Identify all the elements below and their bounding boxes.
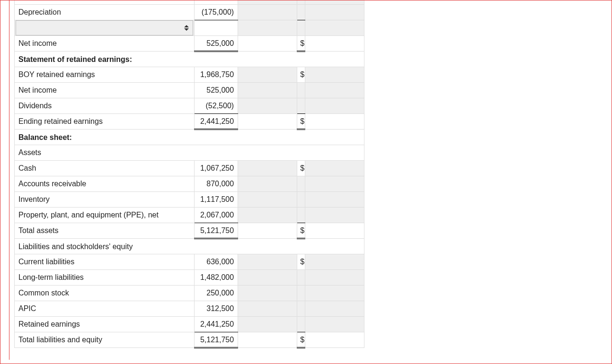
cell-blank	[305, 114, 364, 130]
cell-blank	[305, 301, 364, 317]
row-value: 525,000	[194, 83, 238, 98]
table-row: Liabilities and stockholders' equity	[15, 239, 364, 254]
section-header: Balance sheet:	[15, 130, 364, 145]
row-currency: $	[297, 223, 305, 239]
cell-blank	[297, 270, 305, 286]
row-value: 1,968,750	[194, 67, 238, 83]
row-currency: $	[297, 36, 305, 52]
row-label: Dividends	[15, 98, 195, 114]
cell-blank	[297, 176, 305, 192]
cell-blank	[305, 192, 364, 208]
table-row: Dividends (52,500)	[15, 98, 364, 114]
row-label: Cash	[15, 161, 195, 176]
sort-icon	[184, 25, 189, 31]
page-frame: Depreciation (175,000) Net income 525,00…	[0, 0, 612, 364]
table-row: Current liabilities 636,000 $	[15, 254, 364, 270]
table-row: Retained earnings 2,441,250	[15, 317, 364, 332]
row-value: 250,000	[194, 286, 238, 301]
cell-blank	[297, 98, 305, 114]
cell-blank	[305, 20, 364, 36]
cell-blank	[297, 20, 305, 36]
cell-blank	[238, 332, 297, 348]
cell-blank	[305, 286, 364, 301]
cell-blank	[305, 67, 364, 83]
row-value: 5,121,750	[194, 223, 238, 239]
cell-blank	[297, 286, 305, 301]
row-currency: $	[297, 161, 305, 176]
cell-blank	[297, 83, 305, 98]
cell-blank	[238, 192, 297, 208]
cell-blank	[238, 98, 297, 114]
table-row: APIC 312,500	[15, 301, 364, 317]
table-row: Long-term liabilities 1,482,000	[15, 270, 364, 286]
row-currency: $	[297, 114, 305, 130]
subsection-header: Assets	[15, 145, 364, 161]
cell-blank	[297, 5, 305, 20]
cell-blank	[297, 301, 305, 317]
row-label: Net income	[15, 83, 195, 98]
cell-blank	[305, 98, 364, 114]
row-value: 525,000	[194, 36, 238, 52]
cell-blank	[305, 5, 364, 20]
table-row: Property, plant, and equipment (PPE), ne…	[15, 208, 364, 223]
row-selector[interactable]	[15, 20, 195, 36]
row-label: Ending retained earnings	[15, 114, 195, 130]
row-label: Total liabilities and equity	[15, 332, 195, 348]
subsection-header: Liabilities and stockholders' equity	[15, 239, 364, 254]
cell-blank	[305, 83, 364, 98]
row-value: 636,000	[194, 254, 238, 270]
cell-blank	[238, 301, 297, 317]
row-label: Net income	[15, 36, 195, 52]
cell-blank	[305, 317, 364, 332]
cell-blank	[238, 20, 297, 36]
row-label: Long-term liabilities	[15, 270, 195, 286]
table-row: Total assets 5,121,750 $	[15, 223, 364, 239]
cell-blank	[305, 270, 364, 286]
cell-blank	[238, 223, 297, 239]
table-row: Inventory 1,117,500	[15, 192, 364, 208]
financials-table: Depreciation (175,000) Net income 525,00…	[14, 0, 364, 348]
table-row: Common stock 250,000	[15, 286, 364, 301]
table-row: Accounts receivable 870,000	[15, 176, 364, 192]
cell-blank	[238, 270, 297, 286]
row-value: 870,000	[194, 176, 238, 192]
content-area: Depreciation (175,000) Net income 525,00…	[9, 0, 612, 360]
table-row	[15, 0, 364, 5]
table-row: Balance sheet:	[15, 130, 364, 145]
cell-blank	[305, 254, 364, 270]
table-row: Total liabilities and equity 5,121,750 $	[15, 332, 364, 348]
row-value: (52,500)	[194, 98, 238, 114]
table-row: Net income 525,000 $	[15, 36, 364, 52]
cell-blank	[297, 208, 305, 223]
row-value: 1,117,500	[194, 192, 238, 208]
row-value: 2,441,250	[194, 114, 238, 130]
row-label: Total assets	[15, 223, 195, 239]
table-row: Statement of retained earnings:	[15, 52, 364, 67]
row-value: 5,121,750	[194, 332, 238, 348]
table-row	[15, 20, 364, 36]
row-value: (175,000)	[194, 5, 238, 20]
table-row: Ending retained earnings 2,441,250 $	[15, 114, 364, 130]
cell-blank	[238, 317, 297, 332]
row-currency: $	[297, 254, 305, 270]
row-currency: $	[297, 67, 305, 83]
row-label: Common stock	[15, 286, 195, 301]
table-row: BOY retained earnings 1,968,750 $	[15, 67, 364, 83]
section-header: Statement of retained earnings:	[15, 52, 364, 67]
row-label: Accounts receivable	[15, 176, 195, 192]
cell-blank	[305, 176, 364, 192]
table-row: Net income 525,000	[15, 83, 364, 98]
cell-blank	[305, 161, 364, 176]
row-currency: $	[297, 332, 305, 348]
row-label: Current liabilities	[15, 254, 195, 270]
table-row: Cash 1,067,250 $	[15, 161, 364, 176]
cell-blank	[238, 176, 297, 192]
row-label: Depreciation	[15, 5, 195, 20]
row-value: 1,067,250	[194, 161, 238, 176]
table-row: Assets	[15, 145, 364, 161]
row-value: 1,482,000	[194, 270, 238, 286]
row-label: Inventory	[15, 192, 195, 208]
cell-blank	[238, 286, 297, 301]
cell-blank	[305, 36, 364, 52]
cell-blank	[238, 67, 297, 83]
